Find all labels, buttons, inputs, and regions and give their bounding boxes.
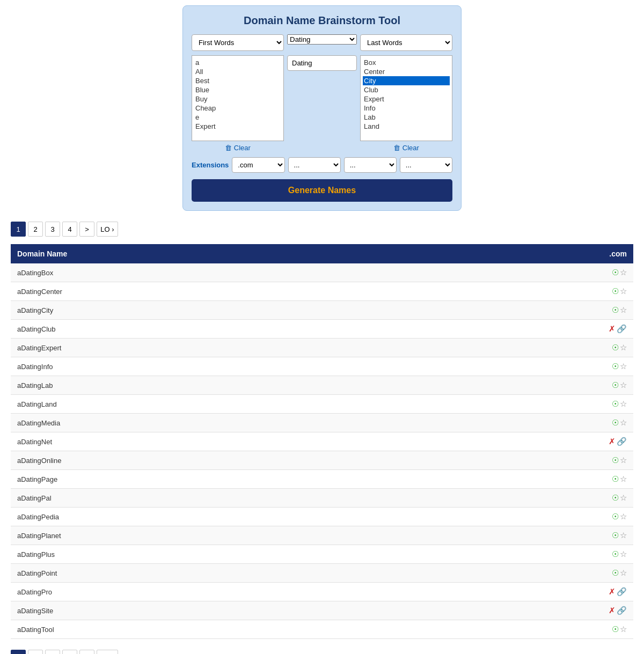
first-words-item[interactable]: Best [194,76,281,85]
bottom-page-2-button[interactable]: 2 [28,650,43,654]
extension-1-dropdown[interactable]: .com.net.org [232,157,284,173]
status-icons-cell[interactable]: ✗🔗 [590,432,633,451]
bottom-page-next-button[interactable]: > [79,650,94,654]
last-words-item[interactable]: Box [363,58,450,67]
first-words-item[interactable]: Cheap [194,104,281,113]
last-words-item[interactable]: Info [363,104,450,113]
available-icon[interactable]: ☉ [612,418,619,427]
available-icon[interactable]: ☉ [612,493,619,502]
first-words-item[interactable]: a [194,58,281,67]
star-icon[interactable]: ☆ [620,305,627,314]
middle-input[interactable] [287,55,357,71]
status-icons-cell[interactable]: ☉☆ [590,470,633,489]
star-icon[interactable]: ☆ [620,549,627,559]
first-words-listbox[interactable]: aAllBestBlueBuyCheapeExpert [192,55,284,141]
available-icon[interactable]: ☉ [612,455,619,465]
status-icons-cell[interactable]: ☉☆ [590,451,633,470]
status-icons-cell[interactable]: ✗🔗 [590,583,633,601]
status-icons-cell[interactable]: ☉☆ [590,489,633,508]
available-icon[interactable]: ☉ [612,399,619,408]
bottom-page-lo-button[interactable]: LO › [97,650,118,654]
star-icon[interactable]: ☆ [620,362,627,371]
status-icons-cell[interactable]: ✗🔗 [590,601,633,620]
status-icons-cell[interactable]: ☉☆ [590,282,633,301]
last-words-item[interactable]: Land [363,122,450,131]
star-icon[interactable]: ☆ [620,531,627,540]
last-words-dropdown[interactable]: Last Words [360,34,452,51]
available-icon[interactable]: ☉ [612,512,619,521]
star-icon[interactable]: ☆ [620,455,627,465]
status-icons-cell[interactable]: ☉☆ [590,395,633,414]
link-icon[interactable]: 🔗 [617,324,627,333]
page-lo-button[interactable]: LO › [97,222,118,237]
available-icon[interactable]: ☉ [612,305,619,314]
link-icon[interactable]: 🔗 [617,437,627,446]
bottom-page-4-button[interactable]: 4 [62,650,77,654]
star-icon[interactable]: ☆ [620,624,627,634]
first-words-item[interactable]: e [194,113,281,122]
last-words-item[interactable]: Lab [363,113,450,122]
last-words-item[interactable]: Club [363,85,450,94]
star-icon[interactable]: ☆ [620,380,627,390]
status-icons-cell[interactable]: ☉☆ [590,263,633,282]
page-2-button[interactable]: 2 [28,222,43,237]
star-icon[interactable]: ☆ [620,512,627,521]
unavailable-icon[interactable]: ✗ [609,324,616,333]
available-icon[interactable]: ☉ [612,531,619,540]
status-icons-cell[interactable]: ✗🔗 [590,320,633,339]
status-icons-cell[interactable]: ☉☆ [590,301,633,320]
status-icons-cell[interactable]: ☉☆ [590,564,633,583]
last-words-item[interactable]: Expert [363,94,450,104]
star-icon[interactable]: ☆ [620,418,627,427]
first-words-dropdown[interactable]: First Words [192,34,284,51]
first-words-item[interactable]: Blue [194,85,281,94]
star-icon[interactable]: ☆ [620,399,627,408]
available-icon[interactable]: ☉ [612,343,619,352]
available-icon[interactable]: ☉ [612,286,619,296]
first-words-item[interactable]: All [194,67,281,76]
bottom-page-1-button[interactable]: 1 [11,650,26,654]
first-words-item[interactable]: Buy [194,94,281,104]
available-icon[interactable]: ☉ [612,568,619,577]
unavailable-icon[interactable]: ✗ [609,606,616,615]
available-icon[interactable]: ☉ [612,474,619,483]
status-icons-cell[interactable]: ☉☆ [590,526,633,545]
unavailable-icon[interactable]: ✗ [609,437,616,446]
status-icons-cell[interactable]: ☉☆ [590,508,633,526]
available-icon[interactable]: ☉ [612,362,619,371]
middle-dropdown[interactable]: Dating [287,34,357,45]
first-words-item[interactable]: Expert [194,122,281,131]
link-icon[interactable]: 🔗 [617,606,627,615]
status-icons-cell[interactable]: ☉☆ [590,414,633,432]
status-icons-cell[interactable]: ☉☆ [590,376,633,395]
generate-button[interactable]: Generate Names [192,179,452,202]
available-icon[interactable]: ☉ [612,268,619,277]
status-icons-cell[interactable]: ☉☆ [590,620,633,639]
star-icon[interactable]: ☆ [620,343,627,352]
link-icon[interactable]: 🔗 [617,587,627,596]
last-words-item[interactable]: Center [363,67,450,76]
star-icon[interactable]: ☆ [620,268,627,277]
available-icon[interactable]: ☉ [612,549,619,559]
page-1-button[interactable]: 1 [11,222,26,237]
extension-3-dropdown[interactable]: ....mobi.info [344,157,397,173]
bottom-page-3-button[interactable]: 3 [45,650,60,654]
last-words-listbox[interactable]: BoxCenterCityClubExpertInfoLabLand [360,55,452,141]
star-icon[interactable]: ☆ [620,474,627,483]
unavailable-icon[interactable]: ✗ [609,587,616,596]
page-3-button[interactable]: 3 [45,222,60,237]
star-icon[interactable]: ☆ [620,286,627,296]
extension-4-dropdown[interactable]: ....tv.ws [400,157,452,173]
page-4-button[interactable]: 4 [62,222,77,237]
status-icons-cell[interactable]: ☉☆ [590,357,633,376]
status-icons-cell[interactable]: ☉☆ [590,339,633,357]
available-icon[interactable]: ☉ [612,624,619,634]
last-words-item[interactable]: City [363,76,450,85]
last-clear-button[interactable]: 🗑 Clear [393,144,419,152]
status-icons-cell[interactable]: ☉☆ [590,545,633,564]
star-icon[interactable]: ☆ [620,493,627,502]
page-next-button[interactable]: > [79,222,94,237]
first-clear-button[interactable]: 🗑 Clear [225,144,251,152]
extension-2-dropdown[interactable]: ....co.us [288,157,341,173]
available-icon[interactable]: ☉ [612,380,619,390]
